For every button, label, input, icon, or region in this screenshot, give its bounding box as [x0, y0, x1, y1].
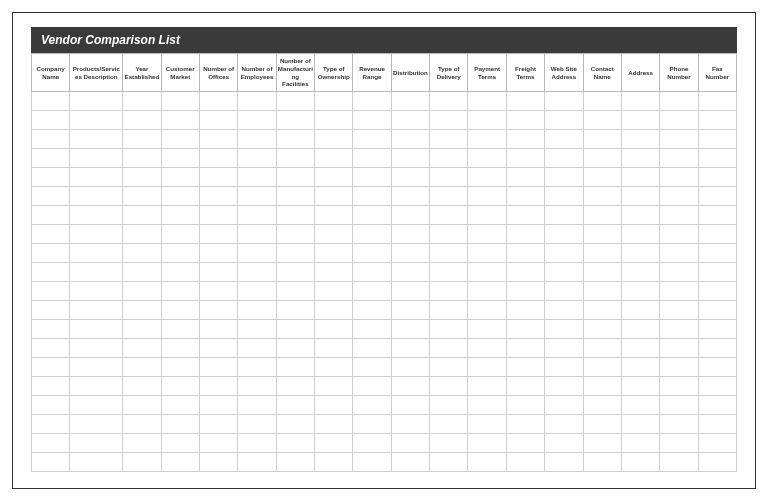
- table-cell[interactable]: [545, 282, 583, 301]
- table-cell[interactable]: [583, 320, 621, 339]
- table-cell[interactable]: [468, 434, 506, 453]
- table-cell[interactable]: [698, 225, 736, 244]
- table-cell[interactable]: [391, 434, 429, 453]
- table-cell[interactable]: [621, 187, 659, 206]
- table-cell[interactable]: [161, 339, 199, 358]
- table-cell[interactable]: [353, 377, 391, 396]
- table-cell[interactable]: [353, 149, 391, 168]
- table-cell[interactable]: [353, 434, 391, 453]
- table-cell[interactable]: [353, 92, 391, 111]
- table-cell[interactable]: [698, 301, 736, 320]
- table-cell[interactable]: [70, 225, 123, 244]
- table-cell[interactable]: [276, 320, 314, 339]
- table-cell[interactable]: [353, 339, 391, 358]
- table-cell[interactable]: [698, 434, 736, 453]
- table-cell[interactable]: [161, 301, 199, 320]
- table-cell[interactable]: [506, 168, 544, 187]
- table-cell[interactable]: [199, 301, 237, 320]
- table-cell[interactable]: [238, 149, 276, 168]
- table-cell[interactable]: [70, 92, 123, 111]
- table-cell[interactable]: [353, 415, 391, 434]
- table-cell[interactable]: [276, 168, 314, 187]
- table-cell[interactable]: [32, 111, 70, 130]
- table-cell[interactable]: [32, 377, 70, 396]
- table-cell[interactable]: [238, 130, 276, 149]
- table-cell[interactable]: [468, 111, 506, 130]
- table-cell[interactable]: [660, 187, 698, 206]
- table-cell[interactable]: [123, 263, 161, 282]
- table-cell[interactable]: [468, 244, 506, 263]
- table-cell[interactable]: [621, 282, 659, 301]
- table-cell[interactable]: [660, 225, 698, 244]
- table-cell[interactable]: [391, 301, 429, 320]
- table-cell[interactable]: [315, 377, 353, 396]
- table-cell[interactable]: [391, 415, 429, 434]
- table-cell[interactable]: [123, 339, 161, 358]
- table-cell[interactable]: [199, 168, 237, 187]
- table-cell[interactable]: [70, 320, 123, 339]
- table-cell[interactable]: [583, 415, 621, 434]
- table-cell[interactable]: [161, 244, 199, 263]
- table-cell[interactable]: [430, 358, 468, 377]
- table-cell[interactable]: [161, 92, 199, 111]
- table-cell[interactable]: [315, 396, 353, 415]
- table-cell[interactable]: [660, 339, 698, 358]
- table-cell[interactable]: [32, 434, 70, 453]
- table-cell[interactable]: [353, 396, 391, 415]
- table-cell[interactable]: [161, 282, 199, 301]
- table-cell[interactable]: [583, 434, 621, 453]
- table-cell[interactable]: [123, 396, 161, 415]
- table-cell[interactable]: [276, 453, 314, 472]
- table-cell[interactable]: [468, 320, 506, 339]
- table-cell[interactable]: [468, 301, 506, 320]
- table-cell[interactable]: [199, 187, 237, 206]
- table-cell[interactable]: [315, 415, 353, 434]
- table-cell[interactable]: [199, 339, 237, 358]
- table-cell[interactable]: [70, 301, 123, 320]
- table-cell[interactable]: [391, 282, 429, 301]
- table-cell[interactable]: [199, 434, 237, 453]
- table-cell[interactable]: [583, 282, 621, 301]
- table-cell[interactable]: [545, 434, 583, 453]
- table-cell[interactable]: [199, 206, 237, 225]
- table-cell[interactable]: [430, 225, 468, 244]
- table-cell[interactable]: [32, 282, 70, 301]
- table-cell[interactable]: [506, 149, 544, 168]
- table-cell[interactable]: [70, 206, 123, 225]
- table-cell[interactable]: [468, 377, 506, 396]
- table-cell[interactable]: [123, 225, 161, 244]
- table-cell[interactable]: [123, 320, 161, 339]
- table-cell[interactable]: [199, 92, 237, 111]
- table-cell[interactable]: [583, 206, 621, 225]
- table-cell[interactable]: [506, 358, 544, 377]
- table-cell[interactable]: [468, 149, 506, 168]
- table-cell[interactable]: [199, 358, 237, 377]
- table-cell[interactable]: [123, 434, 161, 453]
- table-cell[interactable]: [123, 168, 161, 187]
- table-cell[interactable]: [545, 168, 583, 187]
- table-cell[interactable]: [545, 149, 583, 168]
- table-cell[interactable]: [391, 130, 429, 149]
- table-cell[interactable]: [276, 225, 314, 244]
- table-cell[interactable]: [468, 282, 506, 301]
- table-cell[interactable]: [468, 339, 506, 358]
- table-cell[interactable]: [583, 187, 621, 206]
- table-cell[interactable]: [32, 168, 70, 187]
- table-cell[interactable]: [199, 263, 237, 282]
- table-cell[interactable]: [506, 263, 544, 282]
- table-cell[interactable]: [430, 92, 468, 111]
- table-cell[interactable]: [199, 377, 237, 396]
- table-cell[interactable]: [583, 339, 621, 358]
- table-cell[interactable]: [70, 149, 123, 168]
- table-cell[interactable]: [276, 244, 314, 263]
- table-cell[interactable]: [621, 168, 659, 187]
- table-cell[interactable]: [430, 263, 468, 282]
- table-cell[interactable]: [430, 282, 468, 301]
- table-cell[interactable]: [660, 415, 698, 434]
- table-cell[interactable]: [161, 168, 199, 187]
- table-cell[interactable]: [353, 168, 391, 187]
- table-cell[interactable]: [391, 453, 429, 472]
- table-cell[interactable]: [238, 168, 276, 187]
- table-cell[interactable]: [32, 187, 70, 206]
- table-cell[interactable]: [660, 206, 698, 225]
